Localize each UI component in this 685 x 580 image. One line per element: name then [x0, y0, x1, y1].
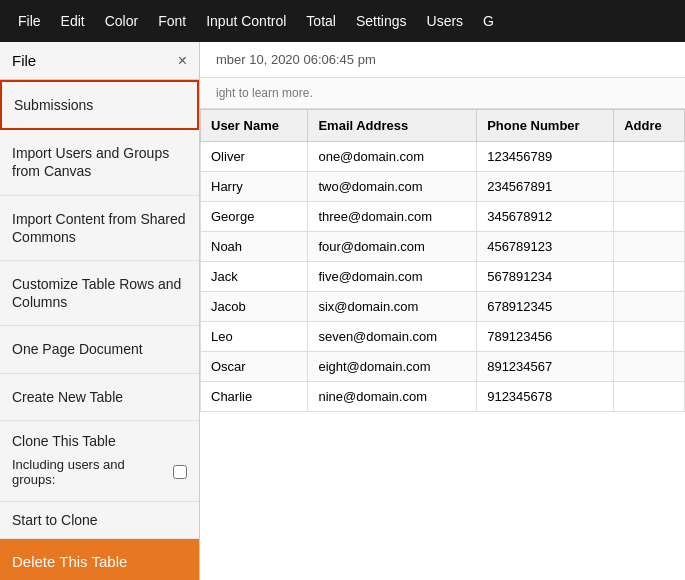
content-header: mber 10, 2020 06:06:45 pm: [200, 42, 685, 78]
menu-g[interactable]: G: [473, 0, 504, 42]
sidebar-header: File ×: [0, 42, 199, 80]
sidebar-item-start-clone[interactable]: Start to Clone: [0, 502, 199, 539]
delete-table-button[interactable]: Delete This Table: [0, 539, 199, 580]
data-table: User Name Email Address Phone Number Add…: [200, 109, 685, 412]
sidebar-item-import-content[interactable]: Import Content from Shared Commons: [0, 196, 199, 261]
data-table-container: User Name Email Address Phone Number Add…: [200, 109, 685, 580]
col-phone: Phone Number: [477, 110, 614, 142]
table-row: Charlienine@domain.com912345678: [201, 382, 685, 412]
menu-settings[interactable]: Settings: [346, 0, 417, 42]
sidebar-item-create-new[interactable]: Create New Table: [0, 374, 199, 421]
menu-edit[interactable]: Edit: [51, 0, 95, 42]
table-row: Oscareight@domain.com891234567: [201, 352, 685, 382]
col-address: Addre: [614, 110, 685, 142]
menu-color[interactable]: Color: [95, 0, 148, 42]
menu-bar: File Edit Color Font Input Control Total…: [0, 0, 685, 42]
col-username: User Name: [201, 110, 308, 142]
menu-font[interactable]: Font: [148, 0, 196, 42]
sidebar-item-import-users[interactable]: Import Users and Groups from Canvas: [0, 130, 199, 195]
clone-label: Including users and groups:: [12, 457, 187, 487]
sidebar: File × Submissions Import Users and Grou…: [0, 42, 200, 580]
clone-title[interactable]: Clone This Table: [12, 433, 187, 449]
table-row: Noahfour@domain.com456789123: [201, 232, 685, 262]
content-learn-more: ight to learn more.: [200, 78, 685, 109]
close-icon[interactable]: ×: [178, 53, 187, 69]
sidebar-clone-section: Clone This Table Including users and gro…: [0, 421, 199, 502]
table-row: Jackfive@domain.com567891234: [201, 262, 685, 292]
table-row: Oliverone@domain.com123456789: [201, 142, 685, 172]
clone-checkbox[interactable]: [173, 465, 187, 479]
main-layout: File × Submissions Import Users and Grou…: [0, 42, 685, 580]
table-row: Georgethree@domain.com345678912: [201, 202, 685, 232]
sidebar-item-one-page[interactable]: One Page Document: [0, 326, 199, 373]
sidebar-item-submissions[interactable]: Submissions: [0, 80, 199, 130]
clone-label-text: Including users and groups:: [12, 457, 167, 487]
menu-users[interactable]: Users: [417, 0, 474, 42]
col-email: Email Address: [308, 110, 477, 142]
sidebar-item-customize-table[interactable]: Customize Table Rows and Columns: [0, 261, 199, 326]
menu-total[interactable]: Total: [296, 0, 346, 42]
sidebar-title: File: [12, 52, 36, 69]
menu-file[interactable]: File: [8, 0, 51, 42]
table-row: Harrytwo@domain.com234567891: [201, 172, 685, 202]
table-row: Jacobsix@domain.com678912345: [201, 292, 685, 322]
content-area: mber 10, 2020 06:06:45 pm ight to learn …: [200, 42, 685, 580]
menu-input-control[interactable]: Input Control: [196, 0, 296, 42]
table-row: Leoseven@domain.com789123456: [201, 322, 685, 352]
